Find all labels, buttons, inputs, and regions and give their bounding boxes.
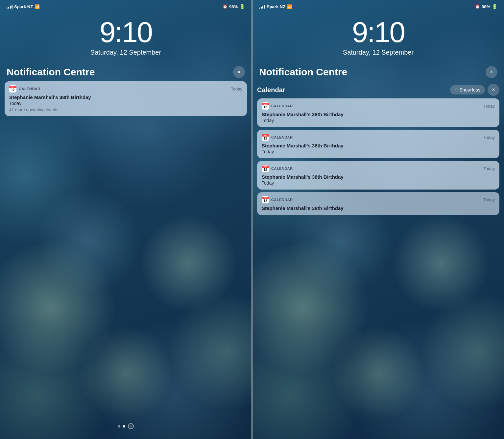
notif-area-expanded: SAT 12 CALENDAR Today Stephanie Marshall…: [252, 98, 504, 215]
carrier-name: Spark NZ: [14, 4, 33, 9]
battery-percent: 98%: [229, 4, 238, 9]
cal-day-3: 12: [263, 168, 267, 171]
cal-day-2: 12: [263, 137, 267, 140]
notif-card-header-4: SAT 12 CALENDAR Today: [262, 196, 495, 203]
page-dot-2: [123, 425, 125, 427]
notif-card-expanded-3[interactable]: SAT 12 CALENDAR Today Stephanie Marshall…: [257, 161, 499, 190]
wifi-icon-right: 📶: [287, 4, 292, 9]
notif-title-text: Stephanie Marshall's 38th Birthday: [9, 94, 242, 100]
notif-sub-3: Today: [262, 180, 495, 186]
battery-percent-right: 98%: [482, 4, 490, 9]
cal-top-3: SAT: [262, 166, 269, 168]
status-right-right: ⏰ 98% 🔋: [475, 4, 497, 9]
page-dots: ◎: [0, 423, 252, 429]
alarm-icon: ⏰: [223, 4, 228, 9]
group-header: Calendar ⌃ Show less ×: [252, 81, 504, 98]
show-less-button[interactable]: ⌃ Show less: [450, 85, 485, 94]
notif-app-name-1: CALENDAR: [271, 104, 293, 108]
notif-title-2: Stephanie Marshall's 38th Birthday: [262, 143, 495, 148]
group-controls: ⌃ Show less ×: [450, 84, 499, 96]
close-group-btn[interactable]: ×: [488, 84, 499, 96]
notif-title-4: Stephanie Marshall's 38th Birthday: [262, 205, 495, 211]
notif-time-2: Today: [483, 135, 495, 140]
calendar-app-icon-3: SAT 12: [262, 165, 269, 172]
clock-area-right: 9:10 Saturday, 12 September: [252, 11, 504, 60]
page-dot-1: [118, 425, 120, 427]
status-left-right: Spark NZ 📶: [259, 4, 292, 9]
cal-day-1: 12: [263, 106, 267, 109]
right-phone-screen: Spark NZ 📶 ⏰ 98% 🔋 9:10 Saturday, 12 Sep…: [252, 0, 504, 439]
notif-app-info-1: SAT 12 CALENDAR: [262, 102, 293, 110]
notif-time: Today: [231, 87, 242, 91]
notif-time-3: Today: [483, 166, 495, 171]
status-right: ⏰ 98% 🔋: [223, 4, 245, 9]
page-dot-camera: ◎: [128, 423, 134, 429]
notif-card-header: SAT 12 CALENDAR Today: [9, 85, 242, 92]
notif-sub-2: Today: [262, 149, 495, 154]
calendar-app-icon-2: SAT 12: [262, 134, 269, 141]
close-notif-btn-right[interactable]: ×: [486, 66, 497, 78]
notif-app-name-3: CALENDAR: [271, 167, 293, 170]
notif-app-name: CALENDAR: [19, 87, 40, 91]
battery-icon-right: 🔋: [492, 4, 497, 9]
cal-top-1: SAT: [262, 103, 269, 105]
calendar-app-icon-4: SAT 12: [262, 196, 269, 203]
status-left: Spark NZ 📶: [7, 4, 40, 9]
left-phone-screen: Spark NZ 📶 ⏰ 98% 🔋 9:10 Saturday, 12 Sep…: [0, 0, 252, 439]
notif-card-left[interactable]: SAT 12 CALENDAR Today Stephanie Marshall…: [5, 81, 247, 116]
group-title: Calendar: [257, 86, 285, 94]
notif-title-3: Stephanie Marshall's 38th Birthday: [262, 174, 495, 180]
battery-icon: 🔋: [239, 4, 245, 9]
notif-subtitle: Today: [9, 101, 242, 106]
notif-card-header-2: SAT 12 CALENDAR Today: [262, 134, 495, 141]
notif-centre-title-right: Notification Centre: [259, 66, 347, 78]
calendar-app-icon-1: SAT 12: [262, 102, 269, 110]
date-right: Saturday, 12 September: [252, 49, 504, 56]
notif-card-expanded-1[interactable]: SAT 12 CALENDAR Today Stephanie Marshall…: [257, 98, 499, 127]
notif-sub-1: Today: [262, 118, 495, 123]
calendar-app-icon: SAT 12: [9, 85, 16, 92]
cal-top-2: SAT: [262, 134, 269, 137]
notif-time-4: Today: [483, 197, 495, 202]
show-less-label: Show less: [459, 87, 480, 92]
time-right: 9:10: [252, 18, 504, 47]
notif-app-info-2: SAT 12 CALENDAR: [262, 134, 293, 141]
notif-centre-title-left: Notification Centre: [7, 66, 95, 78]
notif-card-header-3: SAT 12 CALENDAR Today: [262, 165, 495, 172]
status-bar-right: Spark NZ 📶 ⏰ 98% 🔋: [252, 0, 504, 11]
cal-day-4: 12: [263, 199, 267, 203]
notif-app-name-2: CALENDAR: [271, 135, 293, 139]
notif-app-name-4: CALENDAR: [271, 198, 293, 202]
notif-app-info-3: SAT 12 CALENDAR: [262, 165, 293, 172]
clock-area-left: 9:10 Saturday, 12 September: [0, 11, 252, 60]
notif-header-left: Notification Centre ×: [0, 60, 252, 81]
carrier-name-right: Spark NZ: [267, 4, 285, 9]
cal-day: 12: [11, 89, 14, 92]
wifi-icon: 📶: [35, 4, 40, 9]
cal-top-4: SAT: [262, 197, 269, 199]
status-bar-left: Spark NZ 📶 ⏰ 98% 🔋: [0, 0, 252, 11]
notif-title-1: Stephanie Marshall's 38th Birthday: [262, 112, 495, 117]
notif-app-info: SAT 12 CALENDAR: [9, 85, 40, 92]
notif-more: 41 more upcoming events: [9, 107, 242, 112]
notif-header-right: Notification Centre ×: [252, 60, 504, 81]
camera-icon: ◎: [130, 425, 132, 428]
notif-time-1: Today: [483, 104, 495, 109]
cal-top: SAT: [9, 86, 16, 88]
signal-icon: [7, 5, 12, 9]
notif-card-expanded-2[interactable]: SAT 12 CALENDAR Today Stephanie Marshall…: [257, 130, 499, 158]
close-notif-btn-left[interactable]: ×: [233, 66, 245, 78]
notif-card-header-1: SAT 12 CALENDAR Today: [262, 102, 495, 110]
notif-area-left: SAT 12 CALENDAR Today Stephanie Marshall…: [0, 81, 252, 116]
alarm-icon-right: ⏰: [475, 4, 480, 9]
chevron-up-icon: ⌃: [455, 88, 458, 92]
time-left: 9:10: [0, 18, 252, 47]
notif-card-partial-4[interactable]: SAT 12 CALENDAR Today Stephanie Marshall…: [257, 192, 499, 215]
notif-app-info-4: SAT 12 CALENDAR: [262, 196, 293, 203]
date-left: Saturday, 12 September: [0, 49, 252, 56]
signal-icon-right: [259, 5, 265, 9]
